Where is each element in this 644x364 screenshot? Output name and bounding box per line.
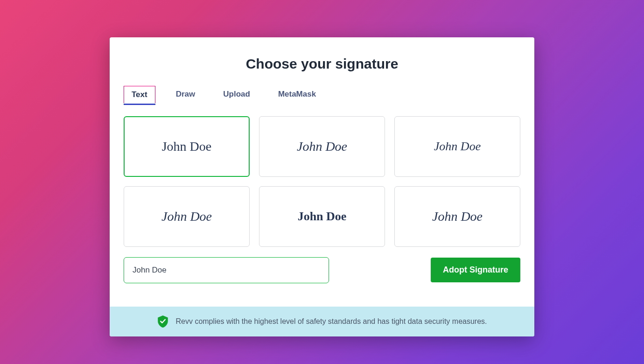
tab-upload[interactable]: Upload	[216, 86, 258, 103]
signature-option-1[interactable]: John Doe	[124, 116, 250, 177]
signature-grid: John Doe John Doe John Doe John Doe John…	[124, 116, 520, 247]
signature-preview: John Doe	[161, 209, 212, 224]
signature-option-6[interactable]: John Doe	[394, 186, 520, 247]
tab-metamask[interactable]: MetaMask	[271, 86, 323, 103]
bottom-row: Adopt Signature	[124, 257, 520, 283]
modal-title: Choose your signature	[124, 56, 520, 72]
signature-option-2[interactable]: John Doe	[259, 116, 385, 177]
signature-preview: John Doe	[297, 139, 347, 154]
footer-text: Revv complies with the highest level of …	[175, 317, 487, 326]
modal-content: Choose your signature Text Draw Upload M…	[110, 37, 534, 307]
tab-text[interactable]: Text	[124, 86, 155, 103]
name-input[interactable]	[124, 257, 329, 283]
signature-option-4[interactable]: John Doe	[124, 186, 250, 247]
signature-preview: John Doe	[298, 210, 347, 224]
adopt-signature-button[interactable]: Adopt Signature	[431, 258, 520, 282]
tab-draw[interactable]: Draw	[168, 86, 203, 103]
signature-option-3[interactable]: John Doe	[394, 116, 520, 177]
tabs-container: Text Draw Upload MetaMask	[124, 86, 520, 103]
security-footer: Revv complies with the highest level of …	[110, 307, 534, 336]
signature-modal: Choose your signature Text Draw Upload M…	[110, 37, 534, 336]
signature-preview: John Doe	[162, 139, 212, 154]
shield-check-icon	[157, 315, 169, 328]
signature-preview: John Doe	[432, 209, 483, 224]
signature-preview: John Doe	[434, 140, 481, 154]
signature-option-5[interactable]: John Doe	[259, 186, 385, 247]
